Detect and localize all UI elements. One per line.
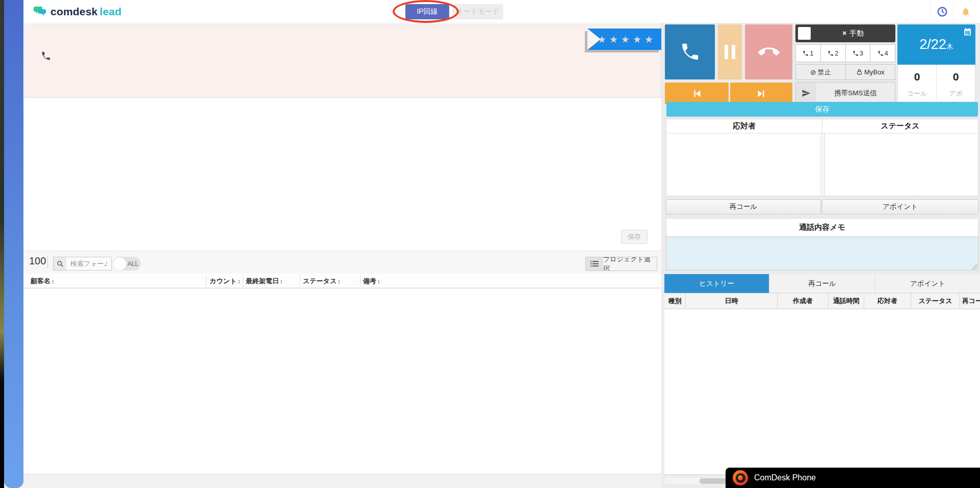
sms-label: 携帯SMS送信 (816, 83, 895, 104)
responder-header: 応対者 (666, 119, 822, 133)
header-divider (953, 3, 953, 20)
hangup-icon (758, 41, 780, 63)
rating-stars[interactable]: ★★★★★ (598, 34, 656, 45)
auto-mode-button[interactable]: オートモード (452, 4, 503, 19)
phone-icon (878, 50, 884, 57)
customer-table-body[interactable] (23, 288, 661, 474)
phone-icon (803, 50, 809, 57)
tab-appointment[interactable]: アポイント (875, 274, 980, 293)
current-date: 2/22木 (897, 37, 975, 52)
column-header-status[interactable]: ステータス↕ (303, 277, 341, 286)
toggle-knob (113, 257, 126, 270)
customer-detail-panel (24, 24, 661, 98)
comdesk-phone-label: ComDesk Phone (754, 473, 816, 482)
star-icon: ★ (609, 34, 621, 45)
all-filter-toggle[interactable]: ALL (113, 257, 141, 270)
column-header-customer[interactable]: 顧客名↕ (31, 277, 55, 286)
phone-icon (853, 50, 859, 57)
date-panel[interactable]: 2/22木 (897, 24, 975, 65)
phone-icon (828, 50, 834, 57)
pause-button[interactable] (718, 24, 742, 79)
responder-list[interactable] (666, 133, 820, 196)
skip-next-icon (756, 88, 767, 99)
call-button[interactable] (665, 24, 715, 79)
notification-bell-icon[interactable] (960, 6, 972, 18)
line-1-button[interactable]: 1 (795, 44, 821, 62)
manual-mode-bar[interactable]: ×手動 (795, 24, 895, 42)
sort-icon: ↕ (377, 278, 380, 284)
ban-button[interactable]: ⊘禁止 (795, 64, 846, 80)
history-tabs: ヒストリー 再コール アポイント (664, 274, 980, 293)
sort-icon: ↕ (51, 278, 55, 284)
line-3-button[interactable]: 3 (846, 44, 871, 62)
toolbar-divider (47, 256, 48, 268)
pause-icon (725, 45, 728, 59)
history-table-body[interactable] (664, 309, 980, 475)
responder-status-panel: 応対者 ステータス (666, 119, 978, 196)
logo-bubbles-icon (34, 5, 47, 19)
ban-icon: ⊘ (810, 68, 816, 76)
star-icon: ★ (644, 34, 656, 45)
calendar-icon[interactable] (963, 28, 972, 38)
tab-history[interactable]: ヒストリー (664, 274, 769, 293)
sort-icon: ↕ (238, 278, 241, 284)
history-column-recall: 再コール (960, 293, 980, 309)
manual-label: ×手動 (811, 29, 895, 38)
hangup-button[interactable] (745, 24, 792, 79)
toggle-label: ALL (127, 260, 138, 267)
left-sidebar (4, 0, 23, 488)
column-divider[interactable] (300, 275, 300, 287)
comdesk-phone-widget[interactable]: ComDesk Phone (726, 468, 980, 488)
memo-title: 通話内容メモ (666, 218, 978, 236)
responder-list-scrollbar[interactable] (820, 133, 824, 196)
history-column-datetime: 日時 (686, 293, 778, 309)
project-select-button[interactable]: プロジェクト選択 (585, 257, 657, 271)
skip-previous-button[interactable] (665, 83, 729, 104)
status-header: ステータス (822, 119, 978, 133)
recall-button[interactable]: 再コール (666, 199, 821, 214)
search-button[interactable] (53, 257, 67, 270)
column-divider[interactable] (206, 275, 207, 287)
list-icon (586, 257, 603, 270)
app-logo[interactable]: comdesklead (34, 4, 121, 19)
rating-ribbon: ★★★★★ (587, 29, 661, 50)
header-divider (930, 3, 931, 20)
column-header-note[interactable]: 備考↕ (363, 277, 380, 286)
history-column-type: 種別 (664, 293, 686, 309)
sort-icon: ↕ (338, 278, 341, 284)
desktop-edge-strip (0, 0, 4, 488)
sms-send-button[interactable]: 携帯SMS送信 (795, 82, 895, 104)
history-column-author: 作成者 (778, 293, 829, 309)
column-header-last-call[interactable]: 最終架電日↕ (246, 277, 283, 286)
column-header-count[interactable]: カウント↕ (210, 277, 241, 286)
line-select-row: 1 2 3 4 (795, 44, 895, 62)
history-table-header: 種別 日時 作成者 通話時間 応対者 ステータス 再コール (664, 293, 980, 309)
line-2-button[interactable]: 2 (821, 44, 846, 62)
result-count: 100 (29, 255, 46, 267)
ip-line-toggle-button[interactable]: IP回線 (405, 4, 449, 19)
ban-mybox-row: ⊘禁止 MyBox (795, 64, 895, 80)
customer-phone-icon[interactable] (41, 51, 52, 62)
search-icon (57, 260, 64, 267)
line-4-button[interactable]: 4 (870, 44, 895, 62)
app-window: comdesklead IP回線 オートモード ? (0, 0, 980, 488)
manual-checkbox[interactable] (798, 27, 811, 40)
close-icon: × (842, 29, 846, 37)
main-bottom-strip (23, 474, 661, 488)
column-divider[interactable] (360, 275, 360, 287)
ribbon-notch (587, 29, 601, 50)
appointment-button[interactable]: アポイント (822, 199, 978, 214)
tab-recall[interactable]: 再コール (770, 274, 874, 293)
memo-textarea[interactable] (666, 236, 978, 270)
search-input[interactable] (66, 257, 112, 270)
status-list[interactable] (824, 133, 978, 196)
clock-icon[interactable] (936, 6, 948, 18)
detail-save-button[interactable]: 保存 (621, 230, 648, 244)
call-result-save-button[interactable]: 保存 (666, 102, 978, 117)
star-icon: ★ (621, 34, 633, 45)
skip-next-button[interactable] (730, 83, 792, 104)
mybox-button[interactable]: MyBox (846, 64, 896, 80)
resize-grip-icon[interactable] (972, 264, 977, 269)
customer-table-header: 顧客名↕ カウント↕ 最終架電日↕ ステータス↕ 備考↕ (23, 274, 661, 288)
column-divider[interactable] (243, 275, 243, 287)
